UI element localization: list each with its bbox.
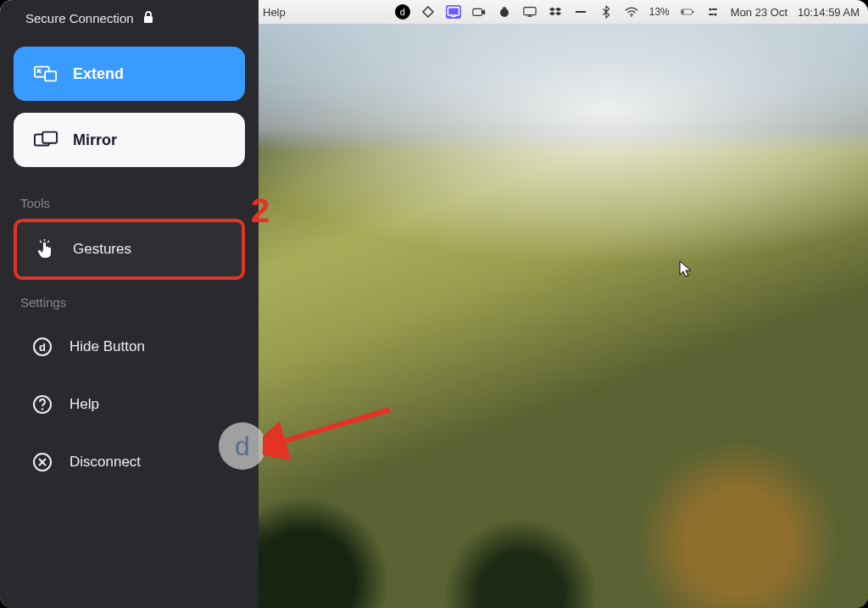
svg-rect-17 [45, 71, 56, 81]
gestures-label: Gestures [73, 241, 131, 258]
sidebar-panel: Secure Connection Extend Mirror Tools Ge… [0, 0, 259, 608]
mirror-icon [34, 130, 58, 150]
secure-connection-header: Secure Connection [14, 10, 245, 26]
diamond-icon[interactable] [420, 4, 436, 20]
dropbox-icon[interactable] [548, 4, 563, 20]
bluetooth-icon[interactable] [598, 4, 614, 20]
display-icon[interactable] [522, 4, 537, 20]
camera-icon[interactable] [471, 4, 487, 20]
svg-point-11 [709, 8, 711, 10]
svg-rect-12 [712, 8, 717, 10]
spacer-icon [573, 4, 588, 20]
svg-point-23 [42, 408, 43, 410]
svg-rect-0 [448, 8, 459, 15]
hide-button-item[interactable]: d Hide Button [14, 318, 245, 376]
svg-rect-6 [576, 11, 586, 13]
mouse-cursor [678, 259, 693, 278]
control-center-icon[interactable] [705, 4, 721, 20]
svg-rect-4 [524, 8, 536, 15]
lock-icon [142, 10, 154, 26]
svg-rect-5 [527, 15, 531, 16]
floating-d-button[interactable]: d [219, 422, 266, 470]
battery-icon[interactable] [680, 4, 695, 20]
wifi-icon[interactable] [624, 4, 639, 20]
help-label: Help [70, 396, 99, 413]
disconnect-icon [32, 452, 53, 472]
pomodoro-icon[interactable] [497, 4, 512, 20]
annotation-step-number: 2 [251, 192, 270, 230]
svg-rect-10 [693, 11, 693, 13]
disconnect-label: Disconnect [70, 454, 141, 471]
svg-rect-15 [144, 16, 153, 23]
menubar-time[interactable]: 10:14:59 AM [798, 6, 860, 19]
svg-rect-2 [473, 8, 482, 15]
svg-rect-13 [709, 14, 714, 15]
annotation-arrow [263, 397, 398, 465]
svg-rect-1 [451, 16, 455, 17]
svg-line-26 [275, 410, 390, 443]
svg-rect-9 [682, 10, 683, 14]
svg-point-3 [500, 8, 509, 17]
svg-text:d: d [39, 341, 46, 354]
extend-button[interactable]: Extend [14, 47, 245, 101]
svg-point-7 [631, 15, 632, 17]
hide-button-icon: d [32, 337, 53, 357]
gestures-icon [36, 239, 56, 259]
settings-section-label: Settings [20, 295, 245, 310]
gestures-button[interactable]: Gestures [14, 219, 245, 280]
screenshare-icon[interactable] [446, 4, 461, 20]
svg-rect-19 [42, 132, 57, 143]
extend-label: Extend [73, 65, 124, 83]
svg-point-14 [714, 13, 716, 15]
menubar-help[interactable]: Help [263, 6, 286, 19]
extend-icon [34, 64, 58, 84]
secure-connection-label: Secure Connection [25, 11, 134, 25]
duet-menubar-icon[interactable]: d [395, 4, 410, 20]
floating-d-label: d [235, 431, 250, 462]
mirror-button[interactable]: Mirror [14, 113, 245, 167]
tools-section-label: Tools [20, 196, 245, 210]
help-button[interactable]: Help [14, 376, 245, 433]
mirror-label: Mirror [73, 131, 117, 149]
hide-button-label: Hide Button [70, 338, 145, 355]
disconnect-button[interactable]: Disconnect [14, 433, 245, 491]
menubar-date[interactable]: Mon 23 Oct [731, 6, 787, 19]
battery-percentage: 13% [649, 6, 670, 18]
help-icon [32, 394, 53, 415]
